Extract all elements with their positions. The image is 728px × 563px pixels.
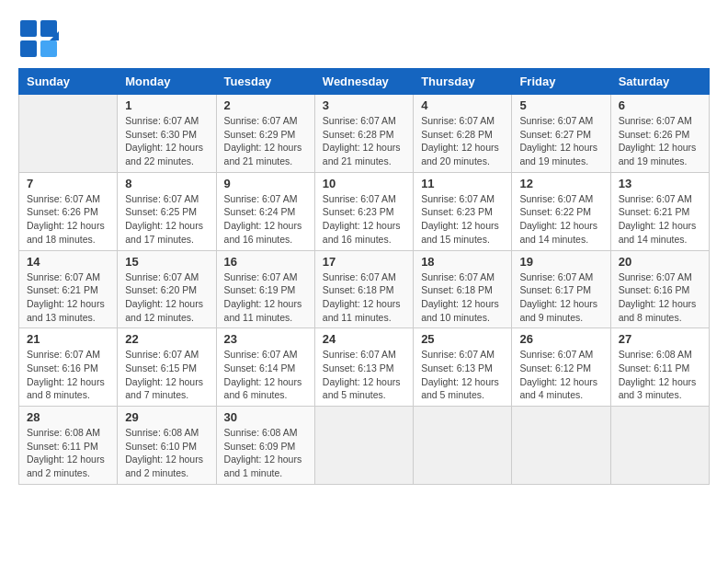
day-info-line: Sunset: 6:23 PM bbox=[421, 205, 504, 219]
day-info: Sunrise: 6:08 AMSunset: 6:11 PMDaylight:… bbox=[619, 348, 701, 402]
day-info: Sunrise: 6:07 AMSunset: 6:20 PMDaylight:… bbox=[125, 270, 208, 325]
day-info: Sunrise: 6:07 AMSunset: 6:27 PMDaylight:… bbox=[519, 114, 602, 168]
day-info: Sunrise: 6:07 AMSunset: 6:28 PMDaylight:… bbox=[323, 114, 405, 168]
day-info-line: and 7 minutes. bbox=[125, 388, 208, 402]
day-info-line: Sunrise: 6:08 AM bbox=[619, 348, 701, 362]
day-info-line: Daylight: 12 hours bbox=[619, 141, 701, 155]
day-info-line: Sunset: 6:26 PM bbox=[619, 128, 701, 142]
day-info: Sunrise: 6:08 AMSunset: 6:11 PMDaylight:… bbox=[27, 426, 109, 480]
calendar-week-3: 14Sunrise: 6:07 AMSunset: 6:21 PMDayligh… bbox=[19, 250, 710, 328]
weekday-header-row: SundayMondayTuesdayWednesdayThursdayFrid… bbox=[19, 69, 710, 95]
day-info-line: and 3 minutes. bbox=[619, 388, 701, 402]
day-number: 11 bbox=[421, 177, 504, 190]
day-info-line: Daylight: 12 hours bbox=[323, 297, 405, 311]
day-info-line: Sunrise: 6:07 AM bbox=[224, 270, 307, 284]
day-info-line: Sunrise: 6:07 AM bbox=[421, 114, 504, 128]
day-info-line: Daylight: 12 hours bbox=[125, 219, 208, 233]
day-number: 2 bbox=[224, 98, 307, 112]
day-info-line: Sunset: 6:21 PM bbox=[619, 205, 701, 219]
day-number: 25 bbox=[421, 332, 504, 346]
calendar-body: 1Sunrise: 6:07 AMSunset: 6:30 PMDaylight… bbox=[19, 95, 710, 485]
calendar-cell: 14Sunrise: 6:07 AMSunset: 6:21 PMDayligh… bbox=[19, 250, 118, 328]
day-number: 18 bbox=[421, 255, 504, 269]
day-info-line: Sunset: 6:22 PM bbox=[519, 205, 602, 219]
day-number: 29 bbox=[125, 410, 208, 424]
day-info: Sunrise: 6:07 AMSunset: 6:15 PMDaylight:… bbox=[125, 348, 208, 402]
day-number: 14 bbox=[27, 255, 109, 269]
day-info-line: and 22 minutes. bbox=[125, 155, 208, 168]
day-info: Sunrise: 6:07 AMSunset: 6:18 PMDaylight:… bbox=[421, 270, 504, 325]
day-number: 1 bbox=[125, 98, 208, 112]
day-info-line: Sunrise: 6:07 AM bbox=[27, 192, 109, 206]
day-info-line: and 1 minute. bbox=[224, 466, 307, 480]
calendar-week-4: 21Sunrise: 6:07 AMSunset: 6:16 PMDayligh… bbox=[19, 328, 710, 407]
day-info-line: and 12 minutes. bbox=[125, 311, 208, 325]
day-info-line: Sunrise: 6:07 AM bbox=[125, 114, 208, 128]
day-info: Sunrise: 6:07 AMSunset: 6:23 PMDaylight:… bbox=[323, 192, 405, 247]
weekday-header-friday: Friday bbox=[512, 69, 610, 95]
day-info-line: Daylight: 12 hours bbox=[27, 375, 109, 389]
day-info-line: Sunset: 6:14 PM bbox=[224, 362, 307, 375]
day-info-line: Daylight: 12 hours bbox=[421, 219, 504, 233]
day-number: 7 bbox=[27, 177, 109, 190]
calendar-cell: 15Sunrise: 6:07 AMSunset: 6:20 PMDayligh… bbox=[118, 250, 216, 328]
weekday-header-sunday: Sunday bbox=[19, 69, 118, 95]
calendar-cell bbox=[314, 407, 413, 485]
day-info: Sunrise: 6:07 AMSunset: 6:25 PMDaylight:… bbox=[125, 192, 208, 247]
day-info-line: Daylight: 12 hours bbox=[519, 219, 602, 233]
day-number: 6 bbox=[619, 98, 701, 112]
day-info-line: and 8 minutes. bbox=[27, 388, 109, 402]
day-info-line: Sunset: 6:16 PM bbox=[27, 362, 109, 375]
calendar-cell: 17Sunrise: 6:07 AMSunset: 6:18 PMDayligh… bbox=[314, 250, 413, 328]
day-info-line: and 11 minutes. bbox=[224, 311, 307, 325]
day-number: 16 bbox=[224, 255, 307, 269]
calendar-table: SundayMondayTuesdayWednesdayThursdayFrid… bbox=[18, 68, 710, 485]
day-info-line: Sunrise: 6:07 AM bbox=[125, 270, 208, 284]
calendar-cell: 25Sunrise: 6:07 AMSunset: 6:13 PMDayligh… bbox=[414, 328, 512, 407]
day-info-line: Sunrise: 6:07 AM bbox=[27, 348, 109, 362]
day-info-line: Sunset: 6:29 PM bbox=[224, 128, 307, 142]
day-info-line: and 6 minutes. bbox=[224, 388, 307, 402]
day-info-line: Sunrise: 6:07 AM bbox=[519, 270, 602, 284]
calendar-cell: 7Sunrise: 6:07 AMSunset: 6:26 PMDaylight… bbox=[19, 172, 118, 250]
day-info-line: Sunset: 6:28 PM bbox=[323, 128, 405, 142]
day-info-line: Daylight: 12 hours bbox=[224, 141, 307, 155]
day-info-line: and 14 minutes. bbox=[619, 233, 701, 247]
day-number: 24 bbox=[323, 332, 405, 346]
day-info-line: and 19 minutes. bbox=[519, 155, 602, 168]
day-info: Sunrise: 6:07 AMSunset: 6:23 PMDaylight:… bbox=[421, 192, 504, 247]
day-info-line: and 10 minutes. bbox=[421, 311, 504, 325]
day-info: Sunrise: 6:07 AMSunset: 6:19 PMDaylight:… bbox=[224, 270, 307, 325]
day-info-line: Sunset: 6:25 PM bbox=[125, 205, 208, 219]
svg-rect-0 bbox=[20, 20, 37, 37]
day-info-line: Sunset: 6:20 PM bbox=[125, 283, 208, 297]
day-info: Sunrise: 6:07 AMSunset: 6:21 PMDaylight:… bbox=[619, 192, 701, 247]
calendar-cell: 6Sunrise: 6:07 AMSunset: 6:26 PMDaylight… bbox=[610, 95, 709, 173]
svg-rect-1 bbox=[40, 20, 57, 37]
day-info-line: Daylight: 12 hours bbox=[323, 219, 405, 233]
day-info-line: and 18 minutes. bbox=[27, 233, 109, 247]
day-info-line: and 5 minutes. bbox=[421, 388, 504, 402]
day-info-line: Daylight: 12 hours bbox=[323, 375, 405, 389]
day-info-line: Sunrise: 6:07 AM bbox=[323, 192, 405, 206]
calendar-week-2: 7Sunrise: 6:07 AMSunset: 6:26 PMDaylight… bbox=[19, 172, 710, 250]
day-info-line: and 17 minutes. bbox=[125, 233, 208, 247]
day-info: Sunrise: 6:07 AMSunset: 6:12 PMDaylight:… bbox=[519, 348, 602, 402]
day-info-line: and 16 minutes. bbox=[224, 233, 307, 247]
day-info-line: Sunset: 6:09 PM bbox=[224, 440, 307, 454]
day-info-line: and 11 minutes. bbox=[323, 311, 405, 325]
svg-rect-3 bbox=[40, 40, 57, 57]
day-info-line: and 16 minutes. bbox=[323, 233, 405, 247]
calendar-cell: 21Sunrise: 6:07 AMSunset: 6:16 PMDayligh… bbox=[19, 328, 118, 407]
day-info-line: Sunset: 6:28 PM bbox=[421, 128, 504, 142]
day-info-line: Daylight: 12 hours bbox=[519, 297, 602, 311]
day-info-line: Daylight: 12 hours bbox=[619, 375, 701, 389]
day-info: Sunrise: 6:07 AMSunset: 6:13 PMDaylight:… bbox=[323, 348, 405, 402]
day-info-line: Sunrise: 6:07 AM bbox=[619, 270, 701, 284]
weekday-header-thursday: Thursday bbox=[414, 69, 512, 95]
day-number: 13 bbox=[619, 177, 701, 190]
calendar-cell: 26Sunrise: 6:07 AMSunset: 6:12 PMDayligh… bbox=[512, 328, 610, 407]
day-info-line: Daylight: 12 hours bbox=[619, 297, 701, 311]
day-info: Sunrise: 6:07 AMSunset: 6:24 PMDaylight:… bbox=[224, 192, 307, 247]
day-info-line: Sunrise: 6:07 AM bbox=[421, 192, 504, 206]
